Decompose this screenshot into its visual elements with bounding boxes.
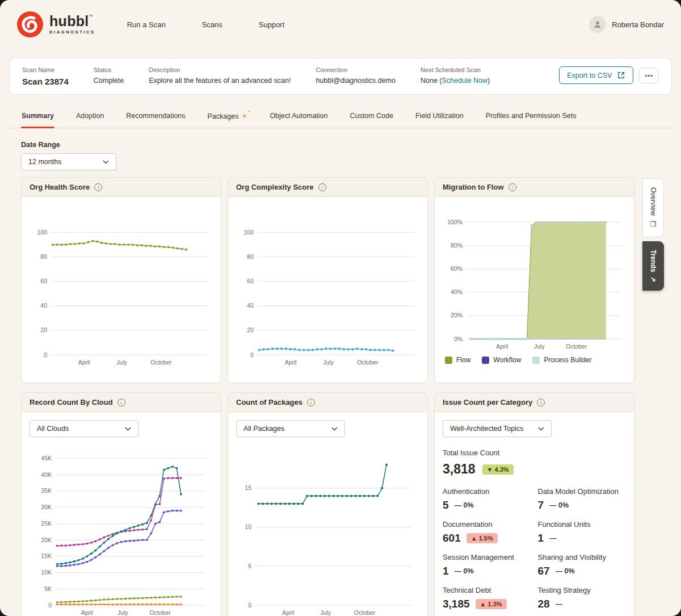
svg-text:October: October	[354, 609, 376, 616]
nav-support[interactable]: Support	[259, 20, 285, 29]
tab-object-automation[interactable]: Object Automation	[269, 107, 328, 128]
svg-text:October: October	[150, 359, 172, 366]
side-tabs: Overview ❐ Trends ↗	[642, 178, 664, 291]
status-field: Status Complete	[94, 66, 124, 85]
svg-text:40: 40	[247, 302, 254, 309]
tab-summary[interactable]: Summary	[21, 107, 54, 128]
svg-text:20K: 20K	[41, 537, 52, 543]
tab-recommendations[interactable]: Recommendations	[125, 107, 186, 128]
card-title: Org Health Score	[30, 183, 90, 191]
charts-row-2: Record Count By Cloud i All Clouds 05K10…	[21, 392, 634, 616]
flow-swatch	[445, 357, 452, 364]
svg-text:April: April	[282, 609, 294, 616]
svg-text:40: 40	[40, 302, 47, 309]
record-count-chart: 05K10K15K20K25K30K35K40K45KAprilJulyOcto…	[30, 449, 213, 616]
total-trend-badge: ▼ 4.3%	[482, 464, 514, 475]
category-session-management: Session Management 1— 0%	[443, 553, 531, 577]
tab-profiles-permission-sets[interactable]: Profiles and Permission Sets	[485, 107, 577, 128]
category-testing-strategy: Testing Strategy 28—	[538, 586, 627, 610]
info-icon[interactable]: i	[94, 183, 102, 191]
svg-text:July: July	[534, 343, 545, 350]
svg-text:10K: 10K	[41, 569, 52, 576]
legend-process-builder: Process Builder	[532, 356, 591, 364]
trend-badge: ▲ 1.5%	[466, 533, 498, 543]
trend-badge: — 0%	[455, 501, 474, 509]
description-label: Description	[149, 66, 291, 73]
export-icon	[617, 71, 625, 79]
clouds-filter-select[interactable]: All Clouds	[30, 420, 138, 437]
nav-scans[interactable]: Scans	[202, 20, 222, 29]
more-options-button[interactable]: •••	[639, 68, 659, 83]
svg-text:0: 0	[250, 351, 254, 358]
count-of-packages-card: Count of Packages i All Packages 051015A…	[228, 392, 428, 616]
date-range-label: Date Range	[21, 141, 681, 149]
svg-text:40%: 40%	[451, 288, 463, 295]
info-icon[interactable]: i	[117, 399, 125, 407]
brand-name: hubbl	[49, 13, 89, 29]
category-sharing-and-visibility: Sharing and Visibility 67— 0%	[538, 553, 627, 577]
date-range-value: 12 months	[28, 158, 61, 166]
tab-field-utilization[interactable]: Field Utilization	[415, 107, 464, 128]
chevron-down-icon	[103, 160, 109, 164]
hubbl-logo-icon	[17, 11, 43, 37]
card-title: Migration to Flow	[443, 183, 504, 191]
nav-run-a-scan[interactable]: Run a Scan	[127, 20, 166, 29]
card-title: Issue Count per Category	[443, 398, 532, 407]
svg-text:October: October	[149, 609, 171, 616]
issue-categories-grid: Authentication 5— 0% Data Model Optimiza…	[443, 487, 626, 610]
svg-text:July: July	[117, 609, 128, 616]
date-range-select[interactable]: 12 months	[21, 153, 116, 170]
trend-badge: ▲ 1.3%	[476, 599, 507, 609]
info-icon[interactable]: i	[307, 399, 315, 407]
top-nav-bar: hubbl™ DIAGNOSTICS Run a Scan Scans Supp…	[0, 0, 681, 49]
next-scheduled-scan-field: Next Scheduled Scan None (Schedule Now)	[421, 66, 490, 85]
trend-badge: — 0%	[549, 501, 569, 509]
svg-text:April: April	[81, 609, 93, 616]
scan-name-value: Scan 23874	[22, 77, 69, 86]
schedule-now-link[interactable]: Schedule Now	[442, 77, 488, 85]
svg-text:July: July	[320, 609, 331, 616]
trend-arrow-icon: ↗	[649, 276, 657, 282]
info-icon[interactable]: i	[508, 183, 516, 191]
chevron-down-icon	[125, 427, 131, 431]
trend-badge: — 0%	[455, 567, 474, 575]
sparkle-icon: ✦✦	[241, 112, 247, 120]
trademark: ™	[89, 14, 93, 18]
svg-text:0: 0	[248, 602, 251, 609]
svg-text:60%: 60%	[451, 265, 463, 272]
svg-text:20%: 20%	[451, 312, 463, 319]
org-health-chart: 020406080100AprilJulyOctober	[26, 209, 216, 367]
org-complexity-score-card: Org Complexity Score i 020406080100April…	[228, 177, 428, 383]
svg-text:15K: 15K	[41, 552, 52, 559]
overview-page-icon: ❐	[649, 220, 657, 228]
tab-adoption[interactable]: Adoption	[75, 107, 104, 128]
svg-text:15: 15	[245, 484, 251, 491]
avatar	[589, 16, 606, 33]
status-label: Status	[94, 66, 124, 73]
user-menu[interactable]: Roberta Bondar	[589, 16, 664, 33]
tab-packages[interactable]: Packages✦✦	[207, 107, 249, 128]
category-data-model-optimization: Data Model Optimization 7— 0%	[538, 487, 627, 512]
person-icon	[593, 20, 602, 29]
issue-count-per-category-card: Issue Count per Category i Well-Architec…	[434, 392, 634, 616]
svg-text:5: 5	[248, 563, 251, 569]
side-tab-trends[interactable]: Trends ↗	[642, 241, 664, 291]
hubbl-logo[interactable]: hubbl™ DIAGNOSTICS	[17, 11, 95, 37]
issues-filter-select[interactable]: Well-Architected Topics	[443, 420, 552, 437]
side-tab-overview[interactable]: Overview ❐	[642, 178, 664, 237]
svg-text:0: 0	[48, 602, 52, 609]
svg-text:40K: 40K	[41, 471, 52, 478]
packages-filter-select[interactable]: All Packages	[236, 420, 345, 437]
export-to-csv-button[interactable]: Export to CSV	[559, 66, 633, 84]
connection-value: hubbl@diagnostics.demo	[316, 77, 396, 85]
info-icon[interactable]: i	[318, 183, 326, 191]
process-builder-swatch	[532, 357, 540, 364]
section-tabs: Summary Adoption Recommendations Package…	[9, 107, 672, 128]
tab-custom-code[interactable]: Custom Code	[350, 107, 394, 128]
svg-text:October: October	[357, 359, 379, 366]
info-icon[interactable]: i	[537, 399, 545, 407]
svg-text:100: 100	[243, 229, 254, 236]
next-scan-value: None (	[421, 77, 442, 85]
count-of-packages-chart: 051015AprilJulyOctober	[236, 449, 419, 616]
user-name: Roberta Bondar	[612, 20, 664, 29]
